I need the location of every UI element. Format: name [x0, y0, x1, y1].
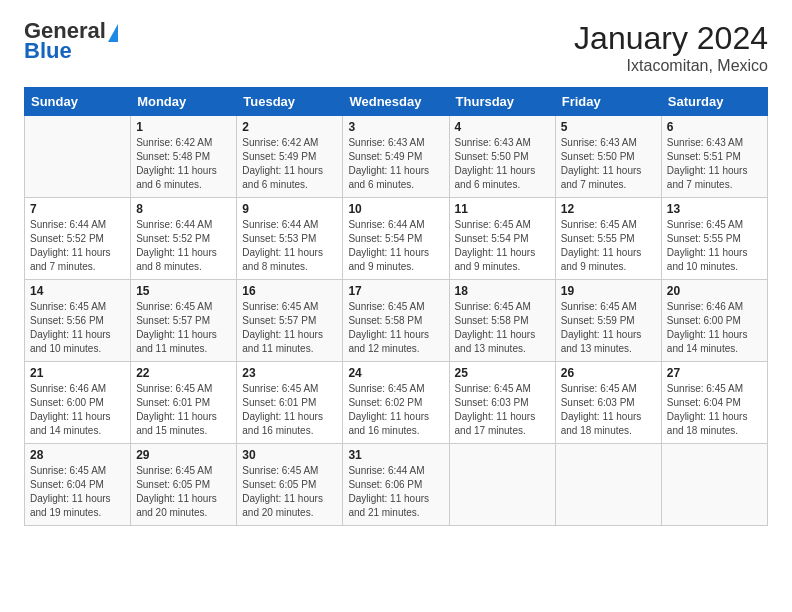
- week-row-5: 28Sunrise: 6:45 AM Sunset: 6:04 PM Dayli…: [25, 444, 768, 526]
- header-day-friday: Friday: [555, 88, 661, 116]
- calendar-cell: 29Sunrise: 6:45 AM Sunset: 6:05 PM Dayli…: [131, 444, 237, 526]
- day-number: 18: [455, 284, 550, 298]
- page-header: General Blue January 2024 Ixtacomitan, M…: [24, 20, 768, 75]
- calendar-cell: 5Sunrise: 6:43 AM Sunset: 5:50 PM Daylig…: [555, 116, 661, 198]
- calendar-cell: 30Sunrise: 6:45 AM Sunset: 6:05 PM Dayli…: [237, 444, 343, 526]
- day-info: Sunrise: 6:46 AM Sunset: 6:00 PM Dayligh…: [667, 300, 762, 356]
- calendar-cell: 22Sunrise: 6:45 AM Sunset: 6:01 PM Dayli…: [131, 362, 237, 444]
- header-day-tuesday: Tuesday: [237, 88, 343, 116]
- day-info: Sunrise: 6:45 AM Sunset: 6:03 PM Dayligh…: [455, 382, 550, 438]
- day-number: 11: [455, 202, 550, 216]
- day-info: Sunrise: 6:45 AM Sunset: 6:02 PM Dayligh…: [348, 382, 443, 438]
- day-info: Sunrise: 6:44 AM Sunset: 5:54 PM Dayligh…: [348, 218, 443, 274]
- calendar-cell: 27Sunrise: 6:45 AM Sunset: 6:04 PM Dayli…: [661, 362, 767, 444]
- calendar-cell: 19Sunrise: 6:45 AM Sunset: 5:59 PM Dayli…: [555, 280, 661, 362]
- day-info: Sunrise: 6:45 AM Sunset: 5:59 PM Dayligh…: [561, 300, 656, 356]
- calendar-cell: 17Sunrise: 6:45 AM Sunset: 5:58 PM Dayli…: [343, 280, 449, 362]
- day-number: 13: [667, 202, 762, 216]
- calendar-cell: 11Sunrise: 6:45 AM Sunset: 5:54 PM Dayli…: [449, 198, 555, 280]
- day-info: Sunrise: 6:43 AM Sunset: 5:51 PM Dayligh…: [667, 136, 762, 192]
- calendar-cell: [25, 116, 131, 198]
- calendar-cell: [449, 444, 555, 526]
- calendar-cell: 8Sunrise: 6:44 AM Sunset: 5:52 PM Daylig…: [131, 198, 237, 280]
- day-number: 31: [348, 448, 443, 462]
- day-info: Sunrise: 6:45 AM Sunset: 5:55 PM Dayligh…: [561, 218, 656, 274]
- day-number: 10: [348, 202, 443, 216]
- day-info: Sunrise: 6:45 AM Sunset: 6:01 PM Dayligh…: [136, 382, 231, 438]
- title-block: January 2024 Ixtacomitan, Mexico: [574, 20, 768, 75]
- calendar-cell: 10Sunrise: 6:44 AM Sunset: 5:54 PM Dayli…: [343, 198, 449, 280]
- day-number: 2: [242, 120, 337, 134]
- day-number: 29: [136, 448, 231, 462]
- calendar-cell: 16Sunrise: 6:45 AM Sunset: 5:57 PM Dayli…: [237, 280, 343, 362]
- calendar-cell: [555, 444, 661, 526]
- header-day-monday: Monday: [131, 88, 237, 116]
- day-info: Sunrise: 6:43 AM Sunset: 5:49 PM Dayligh…: [348, 136, 443, 192]
- day-number: 25: [455, 366, 550, 380]
- day-info: Sunrise: 6:42 AM Sunset: 5:48 PM Dayligh…: [136, 136, 231, 192]
- day-info: Sunrise: 6:43 AM Sunset: 5:50 PM Dayligh…: [561, 136, 656, 192]
- day-number: 23: [242, 366, 337, 380]
- day-info: Sunrise: 6:45 AM Sunset: 5:58 PM Dayligh…: [348, 300, 443, 356]
- day-info: Sunrise: 6:45 AM Sunset: 6:04 PM Dayligh…: [30, 464, 125, 520]
- header-day-saturday: Saturday: [661, 88, 767, 116]
- day-number: 3: [348, 120, 443, 134]
- day-info: Sunrise: 6:44 AM Sunset: 5:52 PM Dayligh…: [136, 218, 231, 274]
- calendar-cell: 28Sunrise: 6:45 AM Sunset: 6:04 PM Dayli…: [25, 444, 131, 526]
- day-number: 5: [561, 120, 656, 134]
- week-row-2: 7Sunrise: 6:44 AM Sunset: 5:52 PM Daylig…: [25, 198, 768, 280]
- day-number: 24: [348, 366, 443, 380]
- day-info: Sunrise: 6:44 AM Sunset: 6:06 PM Dayligh…: [348, 464, 443, 520]
- day-info: Sunrise: 6:44 AM Sunset: 5:52 PM Dayligh…: [30, 218, 125, 274]
- calendar-cell: 4Sunrise: 6:43 AM Sunset: 5:50 PM Daylig…: [449, 116, 555, 198]
- calendar-cell: 1Sunrise: 6:42 AM Sunset: 5:48 PM Daylig…: [131, 116, 237, 198]
- day-info: Sunrise: 6:43 AM Sunset: 5:50 PM Dayligh…: [455, 136, 550, 192]
- day-info: Sunrise: 6:45 AM Sunset: 6:04 PM Dayligh…: [667, 382, 762, 438]
- day-info: Sunrise: 6:44 AM Sunset: 5:53 PM Dayligh…: [242, 218, 337, 274]
- week-row-3: 14Sunrise: 6:45 AM Sunset: 5:56 PM Dayli…: [25, 280, 768, 362]
- day-number: 30: [242, 448, 337, 462]
- calendar-cell: 9Sunrise: 6:44 AM Sunset: 5:53 PM Daylig…: [237, 198, 343, 280]
- day-number: 19: [561, 284, 656, 298]
- calendar-cell: 6Sunrise: 6:43 AM Sunset: 5:51 PM Daylig…: [661, 116, 767, 198]
- calendar-cell: 7Sunrise: 6:44 AM Sunset: 5:52 PM Daylig…: [25, 198, 131, 280]
- calendar-cell: 3Sunrise: 6:43 AM Sunset: 5:49 PM Daylig…: [343, 116, 449, 198]
- calendar-cell: 23Sunrise: 6:45 AM Sunset: 6:01 PM Dayli…: [237, 362, 343, 444]
- logo: General Blue: [24, 20, 118, 64]
- calendar-cell: 2Sunrise: 6:42 AM Sunset: 5:49 PM Daylig…: [237, 116, 343, 198]
- header-day-sunday: Sunday: [25, 88, 131, 116]
- day-number: 17: [348, 284, 443, 298]
- day-number: 7: [30, 202, 125, 216]
- day-number: 15: [136, 284, 231, 298]
- calendar-cell: 21Sunrise: 6:46 AM Sunset: 6:00 PM Dayli…: [25, 362, 131, 444]
- day-info: Sunrise: 6:46 AM Sunset: 6:00 PM Dayligh…: [30, 382, 125, 438]
- day-info: Sunrise: 6:45 AM Sunset: 6:05 PM Dayligh…: [136, 464, 231, 520]
- day-info: Sunrise: 6:45 AM Sunset: 5:56 PM Dayligh…: [30, 300, 125, 356]
- calendar-table: SundayMondayTuesdayWednesdayThursdayFrid…: [24, 87, 768, 526]
- day-info: Sunrise: 6:45 AM Sunset: 5:57 PM Dayligh…: [136, 300, 231, 356]
- day-number: 28: [30, 448, 125, 462]
- calendar-subtitle: Ixtacomitan, Mexico: [574, 57, 768, 75]
- header-day-thursday: Thursday: [449, 88, 555, 116]
- day-number: 4: [455, 120, 550, 134]
- day-number: 21: [30, 366, 125, 380]
- logo-icon: [108, 24, 118, 42]
- calendar-cell: 15Sunrise: 6:45 AM Sunset: 5:57 PM Dayli…: [131, 280, 237, 362]
- calendar-cell: 13Sunrise: 6:45 AM Sunset: 5:55 PM Dayli…: [661, 198, 767, 280]
- day-info: Sunrise: 6:45 AM Sunset: 5:57 PM Dayligh…: [242, 300, 337, 356]
- day-info: Sunrise: 6:45 AM Sunset: 6:01 PM Dayligh…: [242, 382, 337, 438]
- day-number: 8: [136, 202, 231, 216]
- day-info: Sunrise: 6:42 AM Sunset: 5:49 PM Dayligh…: [242, 136, 337, 192]
- day-info: Sunrise: 6:45 AM Sunset: 5:58 PM Dayligh…: [455, 300, 550, 356]
- calendar-cell: 31Sunrise: 6:44 AM Sunset: 6:06 PM Dayli…: [343, 444, 449, 526]
- day-number: 22: [136, 366, 231, 380]
- day-number: 9: [242, 202, 337, 216]
- day-number: 16: [242, 284, 337, 298]
- calendar-cell: [661, 444, 767, 526]
- day-info: Sunrise: 6:45 AM Sunset: 5:54 PM Dayligh…: [455, 218, 550, 274]
- day-info: Sunrise: 6:45 AM Sunset: 6:03 PM Dayligh…: [561, 382, 656, 438]
- day-number: 14: [30, 284, 125, 298]
- day-number: 27: [667, 366, 762, 380]
- day-info: Sunrise: 6:45 AM Sunset: 6:05 PM Dayligh…: [242, 464, 337, 520]
- header-day-wednesday: Wednesday: [343, 88, 449, 116]
